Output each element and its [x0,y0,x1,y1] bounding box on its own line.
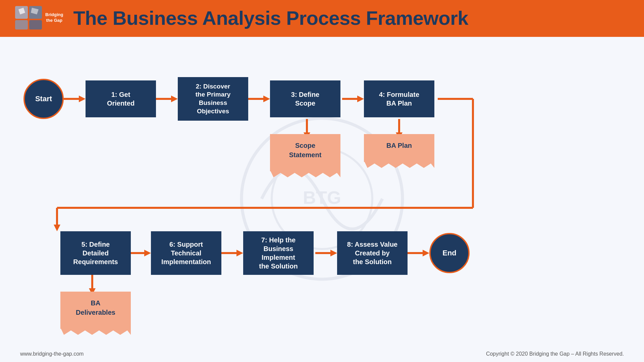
svg-rect-3 [29,20,42,29]
website-url: www.bridging-the-gap.com [20,351,84,357]
svg-marker-10 [79,96,86,102]
step-4-column: 4: FormulateBA Plan BA Plan [364,80,434,162]
end-node: End [429,233,470,273]
step-5-column: 5: DefineDetailedRequirements BADelivera… [60,231,131,329]
svg-marker-14 [263,96,270,102]
page-title: The Business Analysis Process Framework [73,7,468,29]
svg-rect-2 [15,20,28,29]
svg-marker-16 [357,96,364,102]
svg-marker-31 [330,250,337,256]
step-8-node: 8: Assess ValueCreated bythe Solution [337,231,408,275]
ba-deliverables-doc: BADeliverables [60,292,131,329]
start-node: Start [23,79,64,119]
main-content: BTG [0,37,644,362]
svg-marker-27 [144,250,151,256]
logo-area: Bridging the Gap [13,4,63,31]
svg-marker-12 [171,96,178,102]
ba-plan-doc: BA Plan [364,134,434,162]
step-1-node: 1: GetOriented [86,80,156,117]
step-2-node: 2: Discoverthe PrimaryBusinessObjectives [178,77,248,121]
svg-marker-25 [54,225,60,231]
step-7-node: 7: Help theBusinessImplementthe Solution [243,231,314,275]
header: Bridging the Gap The Business Analysis P… [0,0,644,37]
logo-text: Bridging the Gap [45,12,63,23]
logo-icon [13,4,44,31]
svg-marker-29 [236,250,243,256]
scope-statement-doc: ScopeStatement [270,134,340,171]
step-3-column: 3: DefineScope ScopeStatement [270,80,340,171]
copyright-text: Copyright © 2020 Bridging the Gap – All … [486,351,624,357]
step-6-node: 6: SupportTechnicalImplementation [151,231,221,275]
footer: www.bridging-the-gap.com Copyright © 202… [0,351,644,357]
svg-marker-33 [423,250,429,256]
flow-canvas: Start 1: GetOriented 2: Discoverthe Prim… [20,47,624,339]
